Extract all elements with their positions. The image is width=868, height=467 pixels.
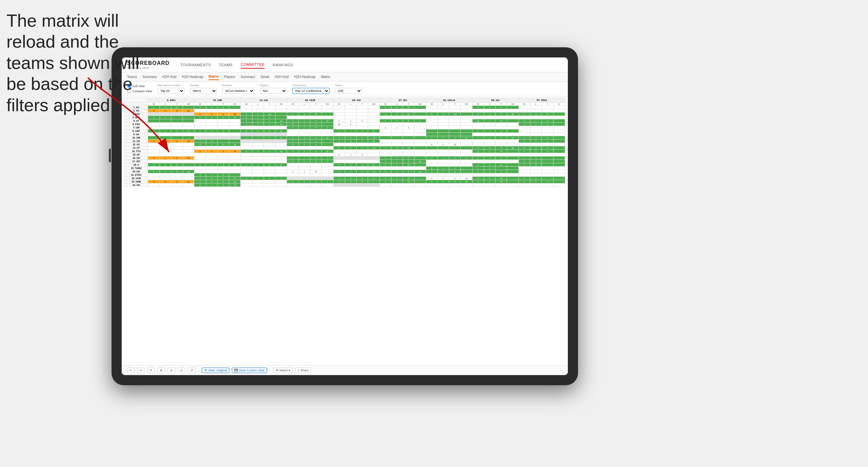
matrix-cell — [322, 106, 333, 109]
matrix-cell — [183, 136, 194, 140]
matrix-cell — [194, 170, 206, 173]
sub-tab-h2hheatmap[interactable]: H2H Heatmap — [182, 74, 203, 80]
matrix-cell — [472, 140, 484, 143]
matrix-cell — [368, 150, 380, 153]
matrix-cell — [357, 143, 368, 146]
matrix-cell — [553, 140, 565, 143]
sub-tab-h2hheatmap2[interactable]: H2H Heatmap — [294, 74, 315, 80]
matrix-cell — [345, 106, 356, 109]
share-button-bar[interactable]: ⤴ Share — [295, 368, 311, 373]
matrix-cell — [449, 140, 461, 143]
conference-select[interactable]: Pac-12 Conference — [292, 88, 330, 94]
matrix-cell — [542, 170, 553, 173]
matrix-cell — [298, 116, 310, 119]
matrix-cell — [264, 109, 275, 113]
row-label-16: 17. GIT — [125, 160, 148, 163]
matrix-cell — [287, 116, 298, 119]
matrix-cell — [275, 160, 287, 163]
matrix-cell — [171, 173, 183, 177]
matrix-cell — [252, 109, 264, 113]
matrix-cell — [507, 183, 519, 187]
matrix-cell — [437, 133, 449, 136]
matrix-cell — [275, 146, 287, 150]
matrix-cell — [484, 123, 495, 126]
matrix-cell: 0 — [241, 129, 252, 133]
nav-tournaments[interactable]: TOURNAMENTS — [180, 62, 211, 68]
division-select[interactable]: NCAA Division I — [222, 88, 255, 94]
save-custom-view-button[interactable]: 💾 Save Custom View — [232, 368, 267, 373]
matrix-cell — [217, 170, 229, 173]
matrix-cell: 1 — [530, 123, 542, 126]
matrix-cell — [252, 170, 264, 173]
matrix-cell: 1|1 — [333, 123, 345, 126]
sub-tab-summary2[interactable]: Summary — [241, 74, 255, 80]
matrix-cell — [496, 173, 507, 177]
matrix-cell: 0 — [298, 180, 310, 183]
sh-su-w: W — [380, 103, 391, 106]
sub-tab-matrix[interactable]: Matrix — [209, 74, 218, 80]
matrix-cell — [217, 136, 229, 140]
matrix-cell — [496, 140, 507, 143]
matrix-cell — [519, 173, 530, 177]
matrix-cell — [414, 123, 426, 126]
matrix-cell — [310, 129, 321, 133]
table-row: 7. UM0100010 — [125, 126, 565, 129]
matrix-cell — [380, 136, 391, 140]
matrix-area[interactable]: 3. ASU 10. UW 11. UA 22. UCB 24. UO 27. … — [122, 96, 568, 365]
matrix-cell: 2 — [484, 146, 495, 150]
matrix-cell — [252, 146, 264, 150]
matrix-cell: 1 — [298, 123, 310, 126]
sub-tab-detail[interactable]: Detail — [261, 74, 269, 80]
matrix-cell — [194, 160, 206, 163]
matrix-cell — [496, 133, 507, 136]
gender-select[interactable]: Men's — [190, 88, 217, 94]
nav-committee[interactable]: COMMITTEE — [241, 61, 265, 69]
matrix-cell — [298, 133, 310, 136]
matrix-cell: 0 — [357, 146, 368, 150]
sub-tab-h2hgrid2[interactable]: H2H Grid — [274, 74, 289, 80]
matrix-cell — [414, 173, 426, 177]
matrix-cell — [484, 173, 495, 177]
nav-teams[interactable]: TEAMS — [219, 62, 233, 68]
matrix-cell — [461, 133, 472, 136]
view-original-button[interactable]: 👁 View: Original — [202, 368, 229, 373]
matrix-cell — [414, 180, 426, 183]
matrix-cell — [322, 140, 333, 143]
undo-button[interactable]: ↩ — [127, 368, 135, 373]
matrix-cell — [553, 167, 565, 170]
matrix-cell: 0 — [298, 113, 310, 116]
matrix-cell — [437, 146, 449, 150]
matrix-cell: 11 — [275, 163, 287, 167]
matrix-cell: 10 — [403, 180, 414, 183]
timer-button[interactable]: ⏱ — [188, 368, 196, 373]
matrix-cell: 6 — [519, 177, 530, 180]
nav-rankings[interactable]: RANKINGS — [273, 62, 293, 68]
fit-button[interactable]: ⊙ — [178, 368, 185, 373]
redo-button[interactable]: ↪ — [137, 368, 145, 373]
matrix-cell — [426, 163, 437, 167]
sub-tab-players[interactable]: Players — [224, 74, 235, 80]
zoom-out-button[interactable]: ⊖ — [168, 368, 175, 373]
matrix-cell: 0 — [391, 146, 403, 150]
matrix-cell: 11 — [229, 116, 241, 119]
matrix-cell — [391, 123, 403, 126]
table-row: 18. U2011100111101101091013101310 — [125, 163, 565, 167]
matrix-cell: 0 — [449, 167, 461, 170]
region-select[interactable]: N/A — [260, 88, 287, 94]
sh-uo-w: W — [333, 103, 345, 106]
matrix-cell — [461, 126, 472, 129]
sub-tab-matrix2[interactable]: Matrix — [321, 74, 330, 80]
matrix-cell: 0 — [357, 170, 368, 173]
zoom-in-button[interactable]: ⊕ — [158, 368, 165, 373]
watch-button[interactable]: 👁 Watch ▾ — [273, 368, 293, 373]
team-select[interactable]: (All) — [335, 88, 362, 94]
matrix-cell: 0 — [519, 123, 530, 126]
matrix-cell — [275, 180, 287, 183]
sh-ua-t: T — [264, 103, 275, 106]
matrix-cell — [333, 116, 345, 119]
refresh-button[interactable]: ⟳ — [147, 368, 155, 373]
matrix-cell: 1 — [437, 167, 449, 170]
matrix-cell — [217, 153, 229, 156]
matrix-cell: 0 — [217, 129, 229, 133]
matrix-cell — [519, 133, 530, 136]
